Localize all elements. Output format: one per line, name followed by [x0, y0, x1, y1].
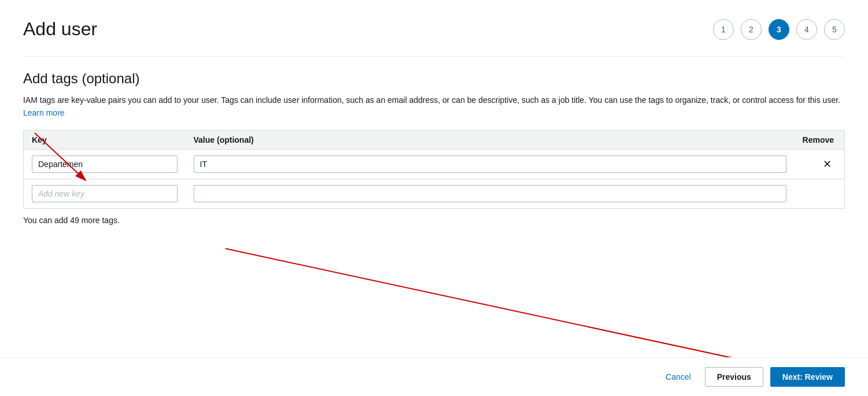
table-header-row: Key Value (optional) Remove — [24, 130, 845, 149]
new-remove-cell — [795, 179, 845, 208]
description-text: IAM tags are key-value pairs you can add… — [23, 94, 845, 120]
new-value-cell — [186, 179, 795, 208]
new-key-input[interactable] — [32, 185, 178, 202]
page-wrapper: Add user 1 2 3 4 5 Add tags (optional) I… — [0, 0, 868, 396]
col-header-key: Key — [24, 130, 186, 149]
top-divider — [23, 56, 845, 57]
col-header-value: Value (optional) — [186, 130, 795, 149]
previous-button[interactable]: Previous — [705, 367, 763, 387]
cancel-button[interactable]: Cancel — [659, 368, 698, 386]
footer-bar: Cancel Previous Next: Review — [0, 357, 868, 396]
value-cell — [186, 149, 795, 179]
remove-cell: ✕ — [795, 149, 845, 179]
page-title: Add user — [23, 18, 97, 40]
step-4[interactable]: 4 — [796, 19, 817, 40]
table-row-new — [24, 179, 845, 208]
steps-indicator: 1 2 3 4 5 — [713, 19, 845, 40]
learn-more-link[interactable]: Learn more — [23, 108, 65, 117]
step-1[interactable]: 1 — [713, 19, 734, 40]
step-5[interactable]: 5 — [824, 19, 845, 40]
next-button[interactable]: Next: Review — [770, 367, 845, 387]
step-3-active[interactable]: 3 — [769, 19, 789, 40]
table-row: ✕ — [24, 149, 845, 179]
new-value-input[interactable] — [194, 185, 786, 202]
svg-line-2 — [226, 249, 810, 375]
section-title: Add tags (optional) — [23, 71, 845, 87]
header-row: Add user 1 2 3 4 5 — [23, 18, 845, 40]
tags-table: Key Value (optional) Remove ✕ — [23, 130, 845, 209]
key-cell — [24, 149, 186, 179]
col-header-remove: Remove — [795, 130, 845, 149]
key-input-1[interactable] — [32, 156, 178, 173]
remove-button-1[interactable]: ✕ — [821, 159, 834, 169]
new-key-cell — [24, 179, 186, 208]
value-input-1[interactable] — [194, 156, 786, 173]
tags-remaining: You can add 49 more tags. — [23, 216, 845, 225]
step-2[interactable]: 2 — [741, 19, 762, 40]
